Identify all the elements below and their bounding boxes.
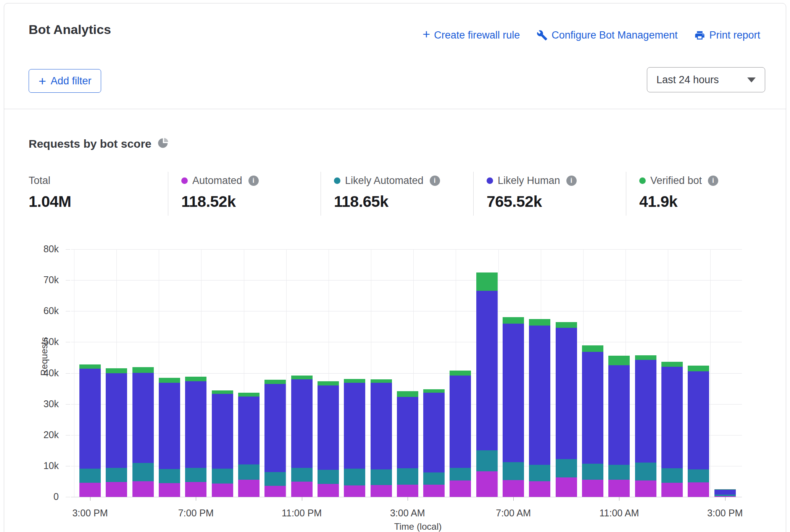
bar-segment-likely-automated-700am[interactable]: [503, 462, 524, 480]
action-link-configure-bot-management[interactable]: Configure Bot Management: [537, 29, 677, 41]
bar-segment-automated-300pm[interactable]: [79, 483, 101, 497]
bar-segment-verified-bot-700pm[interactable]: [185, 377, 206, 381]
bar-segment-likely-human-1000pm[interactable]: [264, 384, 286, 472]
bar-segment-automated-700pm[interactable]: [185, 482, 206, 497]
bar-segment-automated-600pm[interactable]: [159, 483, 180, 497]
bar-segment-likely-human-900pm[interactable]: [238, 397, 260, 464]
bar-segment-verified-bot-1100am[interactable]: [608, 356, 630, 365]
bar-segment-likely-human-600am[interactable]: [476, 291, 498, 450]
bar-segment-likely-automated-900pm[interactable]: [238, 464, 260, 480]
bar-segment-verified-bot-900pm[interactable]: [238, 393, 260, 397]
bar-segment-likely-automated-1200am[interactable]: [318, 470, 339, 484]
bar-segment-likely-automated-1200pm[interactable]: [635, 463, 656, 480]
bar-segment-likely-human-500pm[interactable]: [132, 373, 154, 463]
bar-segment-verified-bot-600pm[interactable]: [159, 378, 180, 383]
bar-segment-likely-automated-500am[interactable]: [450, 468, 471, 481]
bar-segment-likely-human-200am[interactable]: [371, 383, 392, 469]
bar-segment-automated-1000am[interactable]: [582, 480, 603, 497]
bar-segment-automated-1200am[interactable]: [318, 484, 339, 497]
bar-segment-verified-bot-600am[interactable]: [476, 272, 498, 291]
bar-segment-likely-human-900am[interactable]: [556, 328, 577, 459]
bar-segment-verified-bot-400pm[interactable]: [106, 368, 127, 373]
bar-segment-likely-automated-900am[interactable]: [556, 459, 577, 477]
bar-segment-likely-automated-1100pm[interactable]: [291, 468, 313, 482]
bar-segment-automated-100pm[interactable]: [661, 483, 683, 497]
bar-segment-likely-human-300am[interactable]: [397, 397, 418, 468]
bar-segment-verified-bot-200pm[interactable]: [688, 366, 709, 371]
add-filter-button[interactable]: + Add filter: [29, 69, 101, 93]
bar-segment-likely-human-800pm[interactable]: [212, 394, 233, 469]
action-link-create-firewall-rule[interactable]: +Create firewall rule: [422, 29, 520, 41]
bar-segment-likely-automated-1000am[interactable]: [582, 464, 603, 479]
bar-segment-likely-automated-300am[interactable]: [397, 468, 418, 485]
bar-segment-likely-human-100am[interactable]: [344, 383, 365, 469]
bar-segment-likely-automated-100pm[interactable]: [661, 468, 683, 483]
info-icon[interactable]: i: [566, 176, 577, 186]
bar-segment-automated-700am[interactable]: [503, 480, 524, 497]
bar-segment-verified-bot-100pm[interactable]: [661, 362, 683, 367]
bar-segment-likely-automated-600pm[interactable]: [159, 469, 180, 483]
bar-segment-verified-bot-100am[interactable]: [344, 379, 365, 383]
bar-segment-automated-1000pm[interactable]: [264, 486, 286, 497]
bar-segment-likely-human-200pm[interactable]: [688, 371, 709, 469]
bar-segment-automated-400pm[interactable]: [106, 482, 127, 497]
bar-segment-likely-automated-400am[interactable]: [423, 472, 445, 484]
bar-segment-verified-bot-500am[interactable]: [450, 371, 471, 376]
bar-segment-likely-human-1100pm[interactable]: [291, 379, 313, 468]
bar-segment-automated-400am[interactable]: [423, 485, 445, 497]
bar-segment-likely-human-300pm[interactable]: [714, 490, 736, 495]
bar-segment-automated-100am[interactable]: [344, 485, 365, 497]
bar-segment-likely-human-1200pm[interactable]: [635, 360, 656, 463]
bar-segment-likely-human-1000am[interactable]: [582, 352, 603, 464]
bar-segment-likely-automated-300pm[interactable]: [79, 469, 101, 483]
bar-segment-likely-human-400pm[interactable]: [106, 373, 127, 468]
bar-segment-likely-human-700am[interactable]: [503, 324, 524, 462]
bar-segment-automated-500pm[interactable]: [132, 481, 154, 497]
bar-segment-likely-automated-600am[interactable]: [476, 450, 498, 472]
bar-segment-likely-human-300pm[interactable]: [79, 369, 101, 469]
bar-segment-verified-bot-1100pm[interactable]: [291, 376, 313, 379]
bar-segment-verified-bot-400am[interactable]: [423, 389, 445, 393]
bar-segment-verified-bot-1200pm[interactable]: [635, 355, 656, 360]
bar-segment-likely-human-700pm[interactable]: [185, 381, 206, 468]
bar-segment-likely-human-600pm[interactable]: [159, 383, 180, 469]
bar-segment-verified-bot-200am[interactable]: [371, 379, 392, 383]
info-icon[interactable]: i: [708, 176, 718, 186]
bar-segment-verified-bot-500pm[interactable]: [132, 367, 154, 373]
bar-segment-automated-500am[interactable]: [450, 480, 471, 497]
bar-segment-likely-automated-200am[interactable]: [371, 469, 392, 485]
info-icon[interactable]: i: [248, 176, 259, 186]
bar-segment-likely-human-800am[interactable]: [529, 326, 550, 465]
bar-segment-likely-automated-200pm[interactable]: [688, 469, 709, 482]
bar-segment-verified-bot-300am[interactable]: [397, 391, 418, 397]
bar-segment-automated-900pm[interactable]: [238, 480, 260, 497]
bar-segment-verified-bot-1200am[interactable]: [318, 381, 339, 385]
bar-segment-likely-human-1200am[interactable]: [318, 385, 339, 470]
bar-segment-likely-automated-100am[interactable]: [344, 469, 365, 485]
bar-segment-automated-300am[interactable]: [397, 485, 418, 497]
bar-segment-verified-bot-800pm[interactable]: [212, 390, 233, 394]
bar-segment-likely-automated-500pm[interactable]: [132, 463, 154, 482]
bar-segment-automated-1100pm[interactable]: [291, 482, 313, 497]
bar-segment-likely-human-400am[interactable]: [423, 393, 445, 472]
bar-segment-verified-bot-300pm[interactable]: [79, 364, 101, 369]
bar-segment-likely-automated-800pm[interactable]: [212, 469, 233, 484]
bar-segment-likely-automated-400pm[interactable]: [106, 468, 127, 482]
bar-segment-verified-bot-1000pm[interactable]: [264, 380, 286, 384]
time-range-dropdown[interactable]: Last 24 hours: [647, 67, 765, 92]
bar-segment-automated-200pm[interactable]: [688, 482, 709, 497]
bar-segment-automated-800pm[interactable]: [212, 484, 233, 497]
bar-segment-likely-human-100pm[interactable]: [661, 367, 683, 468]
bar-segment-automated-200am[interactable]: [371, 485, 392, 497]
info-icon[interactable]: i: [430, 176, 440, 186]
bar-segment-likely-automated-1100am[interactable]: [608, 465, 630, 480]
bar-segment-automated-1100am[interactable]: [608, 480, 630, 497]
bar-segment-verified-bot-900am[interactable]: [556, 322, 577, 328]
bar-segment-automated-600am[interactable]: [476, 471, 498, 497]
action-link-print-report[interactable]: Print report: [694, 29, 760, 41]
bar-segment-likely-automated-800am[interactable]: [529, 465, 550, 482]
bar-segment-likely-automated-700pm[interactable]: [185, 468, 206, 482]
bar-segment-automated-1200pm[interactable]: [635, 480, 656, 497]
bar-segment-verified-bot-800am[interactable]: [529, 319, 550, 325]
bar-segment-likely-human-500am[interactable]: [450, 376, 471, 468]
